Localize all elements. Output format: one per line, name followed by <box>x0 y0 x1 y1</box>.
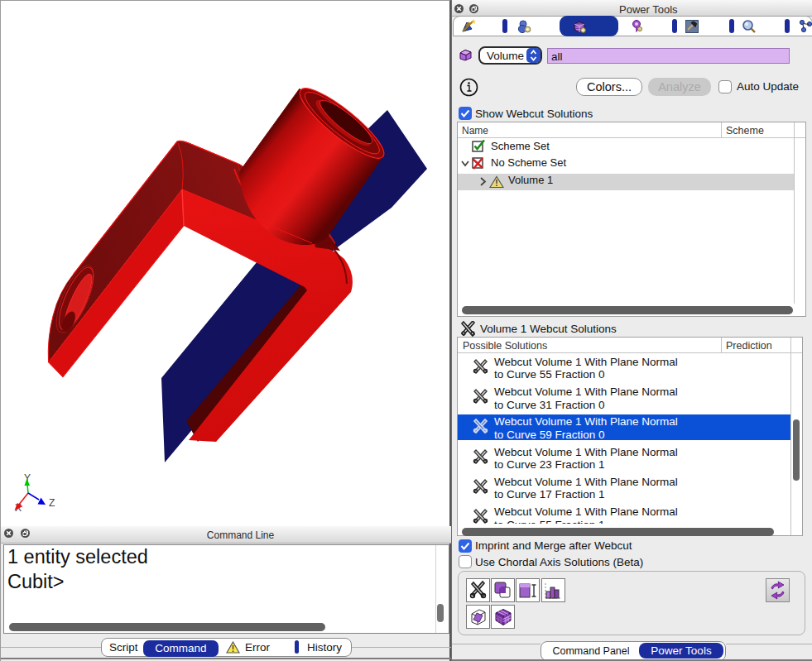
svg-text:Z: Z <box>49 497 55 509</box>
svg-text:!: ! <box>232 644 234 654</box>
svg-text:!: ! <box>495 179 497 188</box>
